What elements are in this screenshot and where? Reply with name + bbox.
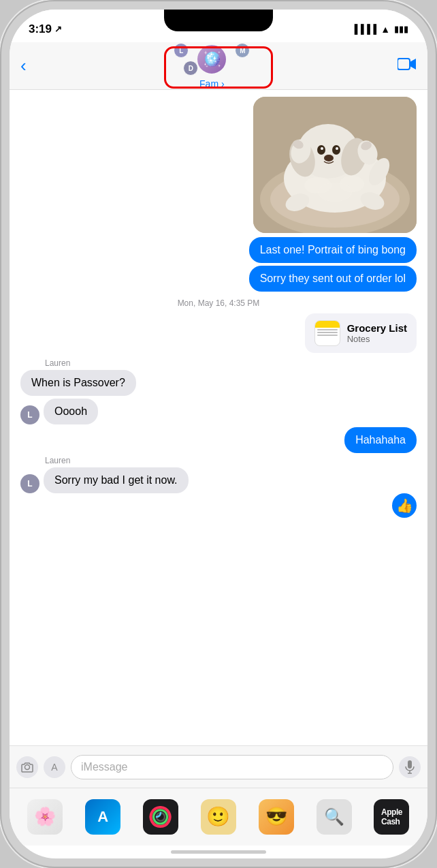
msg-sorry-row: Sorry they sent out of order lol — [20, 266, 417, 292]
like-button[interactable]: 👍 — [392, 493, 417, 518]
video-call-button[interactable] — [398, 57, 417, 74]
svg-point-12 — [336, 147, 338, 150]
avatar-lauren-2: L — [20, 474, 39, 493]
group-name[interactable]: Fam › — [199, 78, 225, 89]
svg-point-24 — [25, 764, 30, 769]
msg-sorry: Sorry they sent out of order lol — [249, 266, 417, 292]
like-reaction: 👍 — [20, 493, 417, 518]
notes-title: Grocery List — [347, 322, 407, 334]
svg-point-9 — [317, 145, 325, 155]
dock-memoji[interactable]: 🙂 — [201, 799, 236, 835]
notes-line-3 — [317, 335, 338, 336]
nav-bar: ‹ L M 🪩 D Fam › — [10, 42, 427, 90]
bottom-dock: 🌸 A — [10, 788, 427, 846]
phone-frame: 3:19 ↗ ▐▐▐▐ ▲ ▮▮▮ ‹ L M — [0, 0, 437, 868]
msg-hahahaha: Hahahaha — [344, 427, 417, 453]
apps-button[interactable]: A — [44, 756, 65, 778]
messages-area: Last one! Portrait of bing bong Sorry th… — [10, 90, 427, 745]
group-avatar: L M 🪩 D — [171, 42, 253, 77]
notes-text: Grocery List Notes — [347, 322, 407, 344]
wifi-icon: ▲ — [381, 24, 390, 35]
input-placeholder: iMessage — [81, 761, 127, 773]
notes-icon-lines — [315, 328, 340, 345]
notes-icon-top — [315, 321, 340, 328]
notes-line-2 — [317, 332, 338, 333]
msg-sorrybad-row: L Sorry my bad I get it now. — [20, 467, 417, 493]
dock-search[interactable]: 🔍 — [317, 799, 352, 835]
svg-point-20 — [318, 183, 352, 202]
sender-lauren-2: Lauren — [45, 456, 417, 465]
notes-icon — [314, 320, 340, 346]
svg-rect-0 — [398, 59, 410, 69]
dock-activity[interactable] — [143, 799, 178, 835]
notes-card[interactable]: Grocery List Notes — [305, 313, 417, 353]
mini-avatar-l: L — [174, 43, 189, 58]
dock-photos[interactable]: 🌸 — [27, 799, 63, 835]
notch — [164, 10, 273, 31]
notes-line-1 — [317, 329, 338, 330]
audio-button[interactable] — [399, 756, 421, 778]
msg-passover-row: When is Passover? — [20, 370, 417, 396]
avatar-lauren-1: L — [20, 405, 39, 424]
group-main-avatar: 🪩 — [196, 44, 227, 75]
dog-image — [253, 97, 417, 233]
svg-point-13 — [324, 155, 334, 161]
svg-marker-1 — [410, 59, 416, 69]
timestamp: Mon, May 16, 4:35 PM — [20, 298, 417, 308]
msg-last-one: Last one! Portrait of bing bong — [249, 237, 417, 263]
dog-image-container — [20, 97, 417, 233]
dock-emoji[interactable]: 😎 — [259, 799, 294, 835]
msg-passover: When is Passover? — [20, 370, 136, 396]
signal-icon: ▐▐▐▐ — [351, 24, 376, 34]
dock-appstore[interactable]: A — [85, 799, 120, 835]
msg-last-one-row: Last one! Portrait of bing bong — [20, 237, 417, 263]
sender-lauren-1: Lauren — [45, 358, 417, 368]
home-indicator — [10, 846, 427, 858]
notes-card-row[interactable]: Grocery List Notes — [20, 313, 417, 353]
notes-subtitle: Notes — [347, 334, 407, 344]
location-icon: ↗ — [54, 24, 62, 34]
input-bar: A iMessage — [10, 745, 427, 788]
svg-point-10 — [332, 145, 340, 155]
msg-ooooh: Ooooh — [44, 399, 98, 424]
svg-point-11 — [321, 147, 323, 150]
svg-rect-26 — [408, 760, 412, 769]
msg-sorrybad: Sorry my bad I get it now. — [44, 467, 189, 493]
dock-cash[interactable]: AppleCash — [374, 799, 409, 835]
camera-button[interactable] — [16, 756, 38, 778]
home-bar — [171, 850, 266, 854]
back-button[interactable]: ‹ — [20, 55, 27, 76]
msg-hahahaha-row: Hahahaha — [20, 427, 417, 453]
phone-screen: 3:19 ↗ ▐▐▐▐ ▲ ▮▮▮ ‹ L M — [10, 10, 427, 858]
status-time: 3:19 ↗ — [29, 22, 62, 36]
imessage-input[interactable]: iMessage — [71, 755, 393, 779]
status-icons: ▐▐▐▐ ▲ ▮▮▮ — [351, 24, 408, 35]
mini-avatar-m: M — [235, 43, 250, 58]
nav-center[interactable]: L M 🪩 D Fam › — [171, 42, 253, 89]
msg-ooooh-row: L Ooooh — [20, 399, 417, 424]
time-label: 3:19 — [29, 22, 52, 36]
battery-icon: ▮▮▮ — [394, 24, 408, 34]
mini-avatar-d: D — [183, 61, 198, 76]
svg-text:A: A — [51, 762, 58, 773]
